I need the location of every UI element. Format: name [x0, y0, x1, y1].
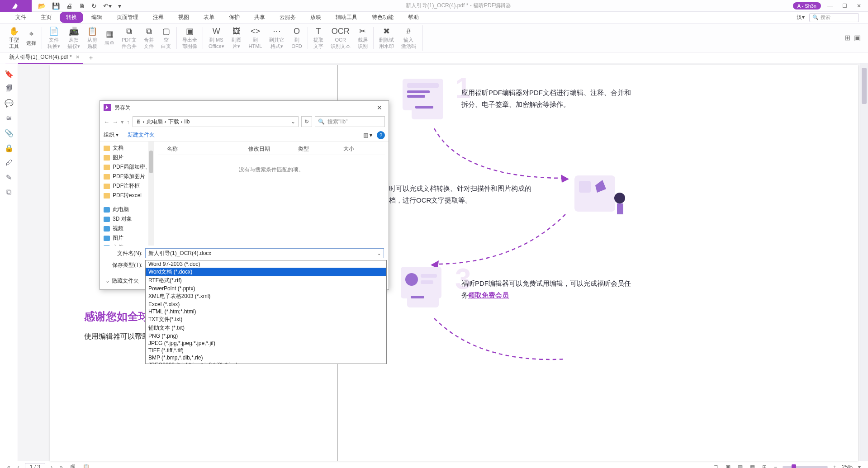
folder-tree[interactable]: 文档图片PDF局部加密、PDF添加图片PDF注释框PDF转excel此电脑3D … — [100, 142, 154, 246]
ribbon-到其它格式[interactable]: ⋯到其它格式▾ — [266, 25, 288, 51]
last-page-button[interactable]: » — [58, 463, 65, 468]
filetype-dropdown-list[interactable]: Word 97-2003 (*.doc)Word文档 (*.docx)RTF格式… — [145, 260, 387, 364]
minimize-button[interactable]: — — [825, 1, 835, 10]
view-mode-2[interactable]: ▣ — [724, 463, 732, 468]
layers-icon[interactable]: ≋ — [6, 114, 12, 123]
ribbon-到图片[interactable]: 🖼到图片▾ — [228, 25, 245, 51]
ribbon-提取文字[interactable]: T提取文字 — [310, 25, 327, 51]
col-type[interactable]: 类型 — [298, 145, 343, 153]
tree-item[interactable]: PDF局部加密、 — [100, 162, 154, 172]
zoom-level[interactable]: 25% — [842, 464, 853, 468]
tree-item[interactable]: 视频 — [100, 224, 154, 233]
filename-input[interactable]: 新人引导(1)_OCR(4).docx ⌄ — [145, 248, 384, 258]
ribbon-collapse-icon[interactable]: ⊞ — [844, 33, 850, 42]
ribbon-从剪贴板[interactable]: 📋从剪贴板 — [84, 25, 101, 51]
menu-protect[interactable]: 保护 — [223, 12, 246, 23]
menu-file[interactable]: 文件 — [9, 12, 33, 23]
tree-item[interactable]: 图片 — [100, 153, 154, 162]
vertical-scrollbar[interactable] — [860, 63, 868, 461]
filetype-option[interactable]: PNG (*.png) — [146, 332, 386, 340]
view-mode-5[interactable]: ⊞ — [760, 463, 768, 468]
menu-help[interactable]: 帮助 — [402, 12, 425, 23]
filetype-option[interactable]: BMP (*.bmp,*.dib,*.rle) — [146, 354, 386, 361]
close-button[interactable]: ✕ — [854, 1, 864, 10]
dialog-close-button[interactable]: ✕ — [374, 103, 385, 112]
menu-page-manage[interactable]: 页面管理 — [110, 12, 145, 23]
ribbon-PDF文件合并[interactable]: ⧉PDF文件合并 — [118, 25, 140, 51]
qat-new-icon[interactable]: 🗎 — [79, 2, 85, 9]
nav-recent-dropdown[interactable]: ▾ — [121, 118, 124, 125]
qat-undo-dropdown-icon[interactable]: ↶▾ — [103, 2, 112, 9]
ribbon-文件转换[interactable]: 📄文件转换▾ — [44, 25, 64, 51]
tree-item[interactable]: PDF添加图片 — [100, 172, 154, 181]
copy-icon[interactable]: 🗐 — [68, 463, 77, 468]
qat-save-icon[interactable]: 💾 — [52, 2, 60, 9]
breadcrumb-path[interactable]: 🖥 › 此电脑 › 下载 › lib ⌄ — [133, 116, 299, 127]
menu-view[interactable]: 视图 — [172, 12, 195, 23]
qat-more-icon[interactable]: ▾ — [118, 2, 121, 9]
filetype-option[interactable]: TIFF (*.tiff,*.tif) — [146, 347, 386, 354]
tree-item[interactable]: PDF转excel — [100, 191, 154, 200]
compare-icon[interactable]: ⧉ — [6, 188, 11, 196]
ribbon-pin-icon[interactable]: ▣ — [854, 33, 861, 42]
qat-open-icon[interactable]: 📂 — [38, 2, 46, 9]
help-button[interactable]: ? — [377, 131, 385, 139]
free-member-link[interactable]: 领取免费会员 — [468, 291, 509, 299]
security-icon[interactable]: 🔒 — [5, 144, 14, 152]
first-page-button[interactable]: « — [5, 463, 12, 468]
menu-form[interactable]: 表单 — [197, 12, 221, 23]
tab-add-button[interactable]: ＋ — [88, 54, 94, 62]
attachments-icon[interactable]: 📎 — [5, 129, 14, 137]
filetype-option[interactable]: PowerPoint (*.pptx) — [146, 285, 386, 292]
ribbon-手型工具[interactable]: ✋手型工具 — [5, 25, 23, 51]
nav-back-button[interactable]: ← — [104, 118, 109, 125]
view-mode-3[interactable]: ▥ — [736, 463, 745, 468]
ribbon-选择[interactable]: ⌖选择 — [23, 28, 40, 47]
menu-cloud[interactable]: 云服务 — [273, 12, 302, 23]
dialog-search-input[interactable]: 🔍 搜索"lib" — [315, 116, 385, 127]
zoom-handle[interactable] — [792, 464, 796, 468]
filetype-option[interactable]: RTF格式(*.rtf) — [146, 276, 386, 285]
view-mode-1[interactable]: ▢ — [711, 463, 720, 468]
tree-item[interactable]: PDF注释框 — [100, 181, 154, 191]
nav-up-button[interactable]: ↑ — [127, 118, 130, 125]
qat-redo-icon[interactable]: ↻ — [91, 2, 97, 9]
page-indicator[interactable]: 1 / 3 — [25, 463, 45, 468]
ribbon-截屏识别[interactable]: ✂截屏识别 — [354, 25, 371, 51]
tree-item[interactable]: 文档 — [100, 243, 154, 246]
view-mode-4[interactable]: ▦ — [748, 463, 757, 468]
filetype-option[interactable]: JPEG (*.jpg,*.jpeg,*.jpe,*.jif) — [146, 340, 386, 347]
list-header[interactable]: 名称 修改日期 类型 大小 — [158, 143, 385, 155]
ribbon-输入激活码[interactable]: #输入激活码 — [398, 25, 420, 51]
ribbon-表单[interactable]: ▦表单 — [101, 28, 118, 47]
filetype-option[interactable]: Word 97-2003 (*.doc) — [146, 260, 386, 268]
menu-share[interactable]: 共享 — [248, 12, 271, 23]
menu-comment[interactable]: 注释 — [147, 12, 170, 23]
tree-item[interactable]: 图片 — [100, 233, 154, 243]
ribbon-到HTML[interactable]: <>到HTML — [245, 25, 266, 51]
ribbon-从扫描仪[interactable]: 📠从扫描仪▾ — [64, 25, 84, 51]
tree-item[interactable]: 文档 — [100, 143, 154, 153]
zoom-in-button[interactable]: + — [831, 463, 838, 468]
bookmark-icon[interactable]: 🔖 — [5, 70, 14, 78]
ribbon-删除试用水印[interactable]: ✖删除试用水印 — [375, 25, 398, 51]
tab-close-icon[interactable]: ✕ — [76, 54, 80, 60]
pages-icon[interactable]: 🗐 — [5, 85, 13, 93]
menu-features[interactable]: 特色功能 — [365, 12, 400, 23]
comments-icon[interactable]: 💬 — [5, 99, 14, 108]
language-selector[interactable]: 汉▾ — [797, 14, 805, 21]
menu-convert[interactable]: 转换 — [60, 12, 83, 23]
signatures-icon[interactable]: 🖊 — [5, 159, 13, 167]
document-tab[interactable]: 新人引导(1)_OCR(4).pdf * ✕ — [5, 52, 83, 64]
ribbon-OCR识别文本[interactable]: OCROCR识别文本 — [327, 25, 354, 51]
breadcrumb-2[interactable]: lib — [185, 118, 190, 125]
filetype-option[interactable]: XML电子表格2003 (*.xml) — [146, 292, 386, 301]
organize-button[interactable]: 组织 ▾ — [104, 131, 119, 139]
filetype-option[interactable]: JPEG2000 (*.jpf,*.jpx,*.jp2,*.j2k,*.jpc) — [146, 361, 386, 364]
ribbon-到MSOffice[interactable]: W到 MSOffice▾ — [205, 25, 228, 51]
file-list[interactable]: 名称 修改日期 类型 大小 没有与搜索条件匹配的项。 — [154, 142, 389, 246]
tree-scrollbar[interactable] — [148, 142, 154, 246]
clipboard-icon[interactable]: ✎ — [6, 173, 12, 182]
qat-print-icon[interactable]: 🖨 — [66, 2, 72, 9]
nav-forward-button[interactable]: → — [112, 118, 118, 125]
